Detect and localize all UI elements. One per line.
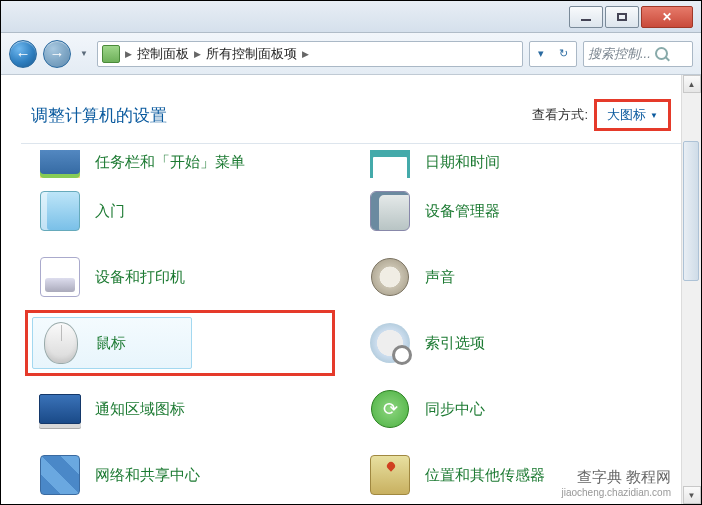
- device-manager-icon: [370, 191, 410, 231]
- window-frame: ✕ ← → ▼ ▶ 控制面板 ▶ 所有控制面板项 ▶ ▾↻ 搜索控制... 调整…: [0, 0, 702, 505]
- breadcrumb-item[interactable]: 所有控制面板项: [206, 45, 297, 63]
- item-sync-center[interactable]: ⟳ 同步中心: [351, 376, 681, 442]
- control-panel-grid: 任务栏和「开始」菜单 日期和时间 入门 设备管理器: [1, 150, 701, 505]
- minimize-button[interactable]: [569, 6, 603, 28]
- refresh-icon: ↻: [559, 47, 568, 60]
- sync-icon: ⟳: [371, 390, 409, 428]
- refresh-button-group[interactable]: ▾↻: [529, 41, 577, 67]
- highlight-view-mode: 大图标 ▼: [594, 99, 671, 131]
- chevron-down-icon: ▾: [538, 47, 544, 60]
- page-title: 调整计算机的设置: [31, 104, 167, 127]
- history-dropdown[interactable]: ▼: [77, 44, 91, 64]
- item-getting-started[interactable]: 入门: [21, 178, 351, 244]
- divider: [21, 143, 681, 144]
- notification-icon: [39, 394, 81, 424]
- chevron-down-icon: ▼: [650, 111, 658, 120]
- back-button[interactable]: ←: [9, 40, 37, 68]
- breadcrumb-item[interactable]: 控制面板: [137, 45, 189, 63]
- mouse-icon: [44, 322, 78, 364]
- search-placeholder: 搜索控制...: [588, 45, 651, 63]
- item-date-time[interactable]: 日期和时间: [351, 150, 681, 178]
- item-network-sharing[interactable]: 网络和共享中心: [21, 442, 351, 505]
- printer-icon: [40, 257, 80, 297]
- item-taskbar[interactable]: 任务栏和「开始」菜单: [21, 150, 351, 178]
- magnifier-icon: [370, 323, 410, 363]
- content-area: 调整计算机的设置 查看方式: 大图标 ▼ 任务栏和「开始」菜单: [1, 75, 701, 504]
- search-input[interactable]: 搜索控制...: [583, 41, 693, 67]
- vertical-scrollbar[interactable]: ▲ ▼: [681, 75, 701, 504]
- item-notification-area[interactable]: 通知区域图标: [21, 376, 351, 442]
- view-by-label: 查看方式:: [532, 106, 588, 124]
- scroll-thumb[interactable]: [683, 141, 699, 281]
- item-devices-printers[interactable]: 设备和打印机: [21, 244, 351, 310]
- getting-started-icon: [40, 191, 80, 231]
- network-icon: [40, 455, 80, 495]
- close-button[interactable]: ✕: [641, 6, 693, 28]
- calendar-icon: [370, 150, 410, 178]
- view-by-dropdown[interactable]: 大图标 ▼: [603, 104, 662, 126]
- item-indexing[interactable]: 索引选项: [351, 310, 681, 376]
- taskbar-icon: [40, 150, 80, 178]
- control-panel-icon: [102, 45, 120, 63]
- chevron-right-icon: ▶: [191, 49, 204, 59]
- location-icon: [370, 455, 410, 495]
- scroll-down-button[interactable]: ▼: [683, 486, 701, 504]
- speaker-icon: [371, 258, 409, 296]
- arrow-left-icon: ←: [16, 45, 31, 62]
- navigation-bar: ← → ▼ ▶ 控制面板 ▶ 所有控制面板项 ▶ ▾↻ 搜索控制...: [1, 33, 701, 75]
- breadcrumb[interactable]: ▶ 控制面板 ▶ 所有控制面板项 ▶: [97, 41, 523, 67]
- scroll-up-button[interactable]: ▲: [683, 75, 701, 93]
- forward-button[interactable]: →: [43, 40, 71, 68]
- titlebar: ✕: [1, 1, 701, 33]
- maximize-button[interactable]: [605, 6, 639, 28]
- arrow-right-icon: →: [50, 45, 65, 62]
- item-mouse[interactable]: 鼠标: [25, 310, 335, 376]
- item-device-manager[interactable]: 设备管理器: [351, 178, 681, 244]
- chevron-right-icon: ▶: [122, 49, 135, 59]
- chevron-right-icon: ▶: [299, 49, 312, 59]
- watermark: 查字典 教程网 jiaocheng.chazidian.com: [561, 468, 671, 498]
- item-sound[interactable]: 声音: [351, 244, 681, 310]
- scroll-track[interactable]: [683, 93, 701, 486]
- search-icon: [655, 47, 668, 60]
